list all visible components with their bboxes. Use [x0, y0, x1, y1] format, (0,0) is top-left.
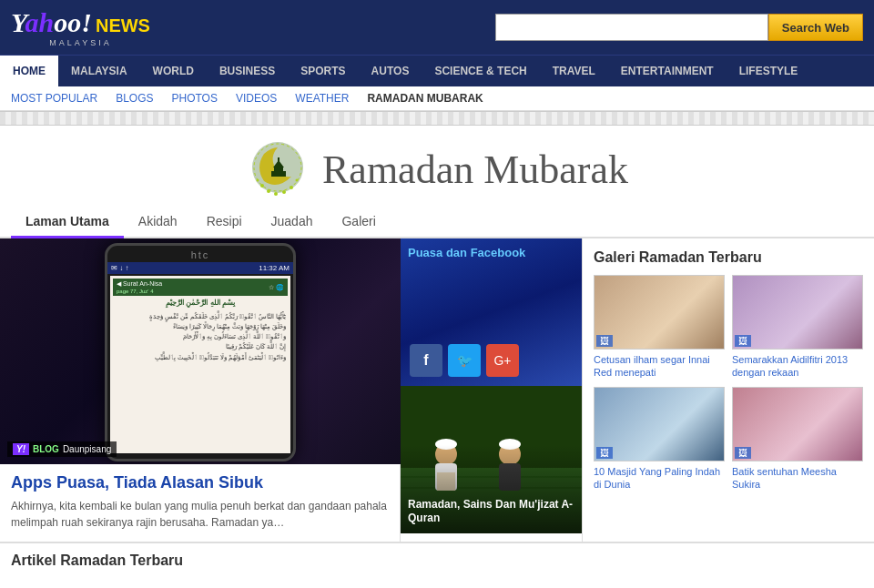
deco-border — [0, 111, 874, 126]
mid-bottom-title[interactable]: Ramadan, Sains Dan Mu'jizat A-Quran — [408, 498, 574, 526]
nav-item-entertainment[interactable]: ENTERTAINMENT — [608, 56, 727, 86]
middle-col: Puasa dan Facebook f 🐦 G+ — [401, 238, 583, 542]
gallery-image-icon-3: 🖼 — [596, 447, 613, 459]
nav-item-autos[interactable]: AUTOS — [359, 56, 422, 86]
sub-nav: MOST POPULAR BLOGS PHOTOS VIDEOS WEATHER… — [0, 86, 874, 111]
blog-source: Daunpisang — [63, 444, 111, 454]
svg-point-12 — [257, 179, 259, 182]
ramadan-header: Ramadan Mubarak — [0, 126, 874, 207]
mid-bottom-article[interactable]: Ramadan, Sains Dan Mu'jizat A-Quran — [401, 386, 582, 533]
tab-akidah[interactable]: Akidah — [124, 207, 192, 237]
phone-mockup: htc ✉ ↓ ↑ 11:32 AM ◀ Surat An-Nisapage 7… — [105, 243, 296, 461]
nav-item-world[interactable]: WORLD — [140, 56, 207, 86]
tab-galeri[interactable]: Galeri — [327, 207, 390, 237]
feature-article-desc: Akhirnya, kita kembali ke bulan yang mul… — [11, 498, 389, 531]
right-gallery: Galeri Ramadan Terbaru 🖼 Cetusan ilham s… — [583, 238, 874, 542]
site-header: Yahoo! NEWS MALAYSIA Search Web — [0, 0, 874, 55]
subnav-ramadan[interactable]: RAMADAN MUBARAK — [367, 92, 483, 105]
logo[interactable]: Yahoo! NEWS — [11, 7, 150, 38]
phone-screen: ◀ Surat An-Nisapage 77, Juz' 4 ☆ 🌐 بِسْم… — [110, 276, 290, 453]
gallery-thumb-2[interactable]: 🖼 — [732, 275, 863, 350]
subnav-blogs[interactable]: BLOGS — [116, 92, 153, 105]
svg-point-13 — [296, 179, 299, 182]
nav-item-business[interactable]: BUSINESS — [207, 56, 288, 86]
mid-top-article[interactable]: Puasa dan Facebook f 🐦 G+ — [401, 238, 582, 386]
blog-badge: Y! BLOG Daunpisang — [7, 441, 117, 457]
ramadan-tabs: Laman Utama Akidah Resipi Juadah Galeri — [0, 207, 874, 238]
subnav-photos[interactable]: PHOTOS — [172, 92, 218, 105]
blog-y-icon: Y! — [13, 443, 29, 455]
tab-resipi[interactable]: Resipi — [192, 207, 257, 237]
gallery-image-icon-2: 🖼 — [735, 335, 751, 347]
nav-item-travel[interactable]: TRAVEL — [540, 56, 608, 86]
gallery-image-icon-1: 🖼 — [596, 335, 613, 347]
nav-item-science-tech[interactable]: SCIENCE & TECH — [422, 56, 539, 86]
ramadan-title: Ramadan Mubarak — [322, 147, 628, 193]
logo-area: Yahoo! NEWS MALAYSIA — [11, 7, 150, 47]
gallery-item-3[interactable]: 🖼 10 Masjid Yang Paling Indah di Dunia — [594, 387, 725, 492]
mid-top-icons: f 🐦 G+ — [410, 344, 573, 377]
svg-rect-2 — [274, 167, 283, 177]
feature-image[interactable]: htc ✉ ↓ ↑ 11:32 AM ◀ Surat An-Nisapage 7… — [0, 238, 401, 464]
gallery-thumb-1[interactable]: 🖼 — [594, 275, 725, 350]
search-area: Search Web — [495, 14, 863, 41]
tab-juadah[interactable]: Juadah — [257, 207, 328, 237]
nav-bar: HOME MALAYSIA WORLD BUSINESS SPORTS AUTO… — [0, 55, 874, 86]
svg-point-11 — [290, 186, 293, 189]
ramadan-logo: Ramadan Mubarak — [0, 140, 874, 199]
svg-point-8 — [267, 189, 270, 193]
subnav-videos[interactable]: VIDEOS — [236, 92, 277, 105]
tab-laman-utama[interactable]: Laman Utama — [11, 207, 124, 238]
gallery-caption-2[interactable]: Semarakkan Aidilfitri 2013 dengan rekaan — [732, 353, 863, 380]
gallery-title: Galeri Ramadan Terbaru — [594, 249, 863, 266]
svg-rect-5 — [271, 171, 275, 177]
gallery-grid: 🖼 Cetusan ilham segar Innai Red menepati… — [594, 275, 863, 491]
search-input[interactable] — [495, 14, 768, 41]
subnav-most-popular[interactable]: MOST POPULAR — [11, 92, 97, 105]
phone-brand: htc — [107, 246, 293, 262]
nav-item-lifestyle[interactable]: LIFESTYLE — [727, 56, 811, 86]
nav-item-sports[interactable]: SPORTS — [288, 56, 358, 86]
gallery-item-2[interactable]: 🖼 Semarakkan Aidilfitri 2013 dengan reka… — [732, 275, 863, 380]
mid-top-title[interactable]: Puasa dan Facebook — [408, 246, 574, 261]
gallery-caption-1[interactable]: Cetusan ilham segar Innai Red menepati — [594, 353, 725, 380]
gallery-item-4[interactable]: 🖼 Batik sentuhan Meesha Sukira — [732, 387, 863, 492]
svg-point-7 — [260, 184, 264, 188]
bottom-bar: Artikel Ramadan Terbaru — [0, 542, 874, 578]
bottom-title: Artikel Ramadan Terbaru — [11, 553, 183, 568]
svg-point-9 — [274, 192, 278, 196]
feature-article-title[interactable]: Apps Puasa, Tiada Alasan Sibuk — [11, 473, 389, 492]
blog-label: BLOG — [33, 444, 59, 454]
main-content: htc ✉ ↓ ↑ 11:32 AM ◀ Surat An-Nisapage 7… — [0, 238, 874, 542]
mid-bottom-overlay: Ramadan, Sains Dan Mu'jizat A-Quran — [401, 386, 582, 533]
gallery-image-icon-4: 🖼 — [735, 447, 751, 459]
search-button[interactable]: Search Web — [768, 14, 863, 41]
gallery-thumb-4[interactable]: 🖼 — [732, 387, 863, 461]
svg-rect-4 — [278, 157, 279, 162]
gallery-item-1[interactable]: 🖼 Cetusan ilham segar Innai Red menepati — [594, 275, 725, 380]
feature-text: Apps Puasa, Tiada Alasan Sibuk Akhirnya,… — [0, 464, 400, 542]
svg-point-10 — [282, 190, 286, 194]
gallery-caption-3[interactable]: 10 Masjid Yang Paling Indah di Dunia — [594, 465, 725, 492]
svg-rect-6 — [282, 171, 286, 177]
phone-status-bar: ✉ ↓ ↑ 11:32 AM — [107, 262, 293, 274]
gallery-thumb-3[interactable]: 🖼 — [594, 387, 725, 461]
logo-sub: MALAYSIA — [11, 38, 150, 47]
nav-item-malaysia[interactable]: MALAYSIA — [58, 56, 140, 86]
ramadan-moon-icon — [246, 140, 310, 199]
nav-item-home[interactable]: HOME — [0, 56, 58, 86]
left-feature: htc ✉ ↓ ↑ 11:32 AM ◀ Surat An-Nisapage 7… — [0, 238, 401, 542]
gallery-caption-4[interactable]: Batik sentuhan Meesha Sukira — [732, 465, 863, 492]
subnav-weather[interactable]: WEATHER — [295, 92, 349, 105]
